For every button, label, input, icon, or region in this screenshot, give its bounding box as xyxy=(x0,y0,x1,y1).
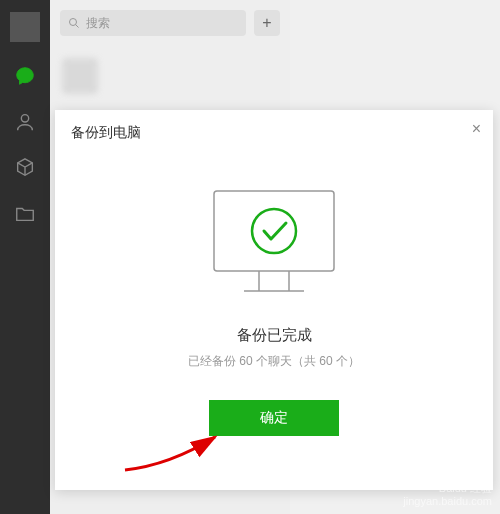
watermark: Baidu 经验 jingyan.baidu.com xyxy=(403,482,492,508)
watermark-line2: jingyan.baidu.com xyxy=(403,495,492,508)
contacts-icon[interactable] xyxy=(13,110,37,134)
chat-icon[interactable] xyxy=(13,64,37,88)
ok-button[interactable]: 确定 xyxy=(209,400,339,436)
svg-point-7 xyxy=(252,209,296,253)
add-button[interactable]: + xyxy=(254,10,280,36)
done-subtitle: 已经备份 60 个聊天（共 60 个） xyxy=(188,353,360,370)
svg-point-0 xyxy=(21,115,28,122)
watermark-line1: Baidu 经验 xyxy=(403,482,492,495)
svg-point-1 xyxy=(70,19,77,26)
chat-list-item[interactable] xyxy=(50,46,290,106)
done-title: 备份已完成 xyxy=(237,326,312,345)
sidebar xyxy=(0,0,50,514)
chat-avatar xyxy=(62,58,98,94)
dialog-body: 备份已完成 已经备份 60 个聊天（共 60 个） 确定 xyxy=(55,156,493,490)
search-placeholder: 搜索 xyxy=(86,15,110,32)
search-row: 搜索 + xyxy=(50,0,290,46)
folder-icon[interactable] xyxy=(13,202,37,226)
svg-rect-3 xyxy=(214,191,334,271)
svg-line-2 xyxy=(76,25,79,28)
monitor-success-icon xyxy=(199,186,349,306)
backup-dialog: 备份到电脑 × 备份已完成 已经备份 60 个聊天（共 60 个） 确定 xyxy=(55,110,493,490)
search-input[interactable]: 搜索 xyxy=(60,10,246,36)
close-icon[interactable]: × xyxy=(472,120,481,138)
files-icon[interactable] xyxy=(13,156,37,180)
dialog-header: 备份到电脑 × xyxy=(55,110,493,156)
dialog-title: 备份到电脑 xyxy=(71,124,141,140)
avatar[interactable] xyxy=(10,12,40,42)
